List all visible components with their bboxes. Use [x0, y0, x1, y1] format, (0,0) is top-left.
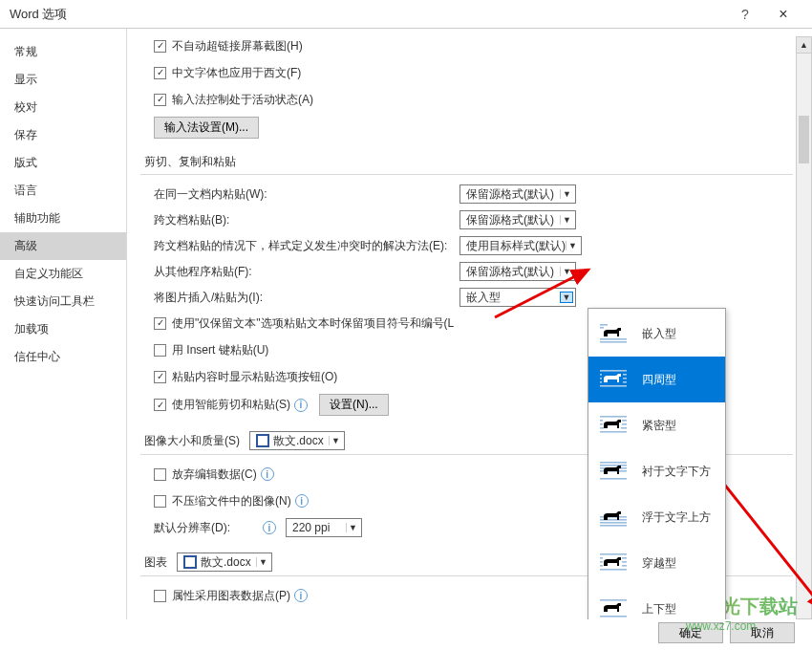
- wrap-style-icon: [598, 413, 629, 438]
- top-check-label-1: 中文字体也应用于西文(F): [172, 65, 301, 81]
- svg-rect-33: [622, 561, 627, 563]
- scroll-thumb[interactable]: [799, 116, 809, 163]
- svg-rect-31: [622, 557, 627, 559]
- wrap-option-3[interactable]: 衬于文字下方: [588, 448, 725, 494]
- svg-rect-34: [600, 565, 603, 567]
- info-icon[interactable]: i: [263, 521, 276, 534]
- wrap-option-1[interactable]: 四周型: [588, 357, 725, 402]
- ime-settings-button[interactable]: 输入法设置(M)...: [154, 117, 259, 139]
- svg-rect-12: [600, 416, 627, 418]
- svg-rect-7: [600, 378, 602, 379]
- top-checkbox-1[interactable]: [154, 67, 166, 79]
- section-cut-copy-paste: 剪切、复制和粘贴: [140, 150, 793, 175]
- wrap-option-6[interactable]: 上下型: [588, 586, 725, 619]
- svg-rect-0: [600, 324, 608, 326]
- paste-value-3: 保留源格式(默认): [466, 264, 560, 280]
- img-checkbox-0[interactable]: [154, 468, 166, 481]
- svg-rect-14: [622, 420, 627, 422]
- paste-value-4: 嵌入型: [466, 290, 560, 306]
- svg-rect-27: [600, 522, 627, 524]
- sidebar-item-2[interactable]: 校对: [0, 94, 126, 121]
- scroll-up-icon[interactable]: ▲: [797, 37, 811, 54]
- default-resolution-label: 默认分辨率(D):: [154, 520, 259, 536]
- paste-label-4: 将图片插入/粘贴为(I):: [154, 290, 459, 306]
- vertical-scrollbar[interactable]: ▲: [796, 36, 812, 619]
- section-chart-label: 图表: [144, 554, 167, 571]
- image-doc-select[interactable]: 散文.docx ▼: [249, 431, 345, 450]
- ok-button[interactable]: 确定: [658, 622, 723, 643]
- img-checkbox-1[interactable]: [154, 495, 166, 508]
- wrap-option-2[interactable]: 紧密型: [588, 402, 725, 448]
- info-icon[interactable]: i: [261, 467, 274, 481]
- svg-rect-13: [600, 420, 603, 422]
- paste-label-1: 跨文档粘贴(B):: [154, 212, 459, 228]
- chevron-down-icon: ▼: [566, 241, 579, 250]
- paste-select-0[interactable]: 保留源格式(默认)▼: [459, 184, 576, 204]
- svg-rect-18: [621, 427, 627, 429]
- wrap-option-label: 四周型: [642, 372, 676, 388]
- paste-label-0: 在同一文档内粘贴(W):: [154, 186, 459, 203]
- info-icon[interactable]: i: [295, 494, 309, 508]
- svg-rect-30: [600, 557, 603, 559]
- wrap-style-icon: [598, 321, 629, 346]
- svg-rect-19: [600, 431, 627, 433]
- sidebar-item-11[interactable]: 信任中心: [0, 343, 126, 371]
- svg-rect-35: [622, 565, 627, 567]
- wrap-option-label: 浮于文字上方: [642, 509, 711, 526]
- chart-data-point-checkbox[interactable]: [154, 590, 166, 602]
- sidebar-item-0[interactable]: 常规: [0, 38, 126, 66]
- svg-rect-1: [600, 327, 604, 329]
- paste-checkbox-1[interactable]: [154, 344, 166, 357]
- wrap-option-0[interactable]: 嵌入型: [588, 311, 725, 357]
- paste-settings-button[interactable]: 设置(N)...: [319, 394, 389, 416]
- chevron-down-icon: ▼: [560, 292, 573, 303]
- paste-label-2: 跨文档粘贴的情况下，样式定义发生冲突时的解决方法(E):: [154, 238, 459, 254]
- close-button[interactable]: ×: [764, 6, 802, 23]
- svg-rect-21: [600, 465, 627, 466]
- wrap-option-label: 衬于文字下方: [642, 464, 711, 480]
- svg-rect-15: [600, 423, 603, 425]
- wrap-style-icon: [598, 596, 629, 619]
- chart-doc-select[interactable]: 散文.docx ▼: [177, 552, 272, 572]
- paste-select-3[interactable]: 保留源格式(默认)▼: [459, 262, 576, 281]
- paste-select-4[interactable]: 嵌入型▼: [459, 288, 576, 307]
- wrap-option-4[interactable]: 浮于文字上方: [588, 494, 725, 540]
- wrap-option-label: 上下型: [642, 601, 676, 618]
- top-check-label-0: 不自动超链接屏幕截图(H): [172, 38, 303, 54]
- sidebar-item-3[interactable]: 保存: [0, 121, 126, 149]
- wrap-option-label: 嵌入型: [642, 326, 676, 342]
- sidebar-item-5[interactable]: 语言: [0, 177, 126, 205]
- top-checkbox-0[interactable]: [154, 40, 166, 53]
- sidebar-item-10[interactable]: 加载项: [0, 315, 126, 343]
- info-icon[interactable]: i: [294, 589, 308, 602]
- help-button[interactable]: ?: [726, 7, 764, 22]
- chevron-down-icon: ▼: [329, 436, 342, 445]
- info-icon[interactable]: i: [294, 399, 308, 412]
- sidebar-item-7[interactable]: 高级: [0, 232, 126, 260]
- svg-rect-32: [600, 561, 603, 563]
- paste-checkbox-3[interactable]: [154, 399, 166, 411]
- cancel-button[interactable]: 取消: [730, 622, 795, 643]
- paste-check-label-3: 使用智能剪切和粘贴(S): [172, 397, 290, 413]
- chevron-down-icon: ▼: [346, 523, 359, 532]
- main-area: 常规显示校对保存版式语言辅助功能高级自定义功能区快速访问工具栏加载项信任中心 ▲…: [0, 29, 812, 619]
- sidebar-item-8[interactable]: 自定义功能区: [0, 260, 126, 288]
- paste-value-1: 保留源格式(默认): [466, 212, 560, 228]
- sidebar-item-1[interactable]: 显示: [0, 66, 126, 94]
- resolution-select[interactable]: 220 ppi ▼: [286, 518, 362, 537]
- sidebar-item-9[interactable]: 快速访问工具栏: [0, 288, 126, 315]
- paste-select-1[interactable]: 保留源格式(默认)▼: [459, 210, 576, 229]
- paste-checkbox-0[interactable]: [154, 317, 166, 330]
- wrap-option-5[interactable]: 穿越型: [588, 540, 725, 586]
- chevron-down-icon: ▼: [256, 557, 269, 567]
- chevron-down-icon: ▼: [560, 267, 573, 276]
- wrap-style-dropdown: 嵌入型四周型紧密型衬于文字下方浮于文字上方穿越型上下型: [588, 308, 726, 619]
- sidebar-item-6[interactable]: 辅助功能: [0, 205, 126, 232]
- svg-rect-38: [600, 616, 627, 618]
- svg-rect-28: [600, 525, 627, 527]
- sidebar-item-4[interactable]: 版式: [0, 149, 126, 177]
- svg-rect-37: [600, 599, 627, 601]
- paste-checkbox-2[interactable]: [154, 371, 166, 383]
- top-checkbox-2[interactable]: [154, 94, 166, 106]
- paste-select-2[interactable]: 使用目标样式(默认)▼: [459, 236, 582, 255]
